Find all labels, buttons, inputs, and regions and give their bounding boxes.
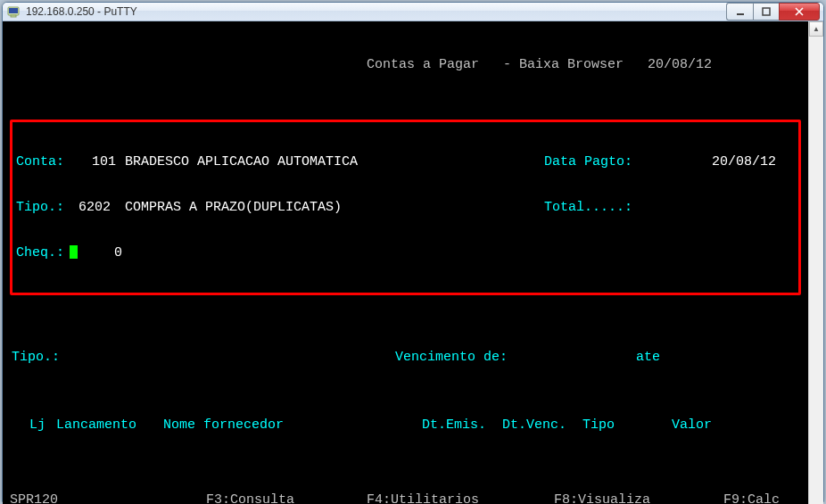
filter-row: Tipo.: Vencimento de: ate xyxy=(12,350,799,365)
app-window: 192.168.0.250 - PuTTY Contas a Pagar - B… xyxy=(2,2,824,502)
function-keys: SPR120F3:ConsultaF4:UtilitariosF8:Visual… xyxy=(10,492,801,504)
f3-hint: F3:Consulta xyxy=(206,492,367,504)
column-headers: Lj Lancamento Nome fornecedor Dt.Emis. D… xyxy=(12,417,799,433)
header-line: Contas a Pagar - Baixa Browser 20/08/12 xyxy=(10,57,801,72)
filter-tipo-label: Tipo.: xyxy=(12,350,395,365)
scroll-up-button[interactable]: ▲ xyxy=(809,21,823,37)
tipo-label: Tipo.: xyxy=(16,200,78,215)
svg-rect-2 xyxy=(11,15,16,17)
titlebar[interactable]: 192.168.0.250 - PuTTY xyxy=(3,3,823,21)
filter-ate-label: ate xyxy=(636,350,660,365)
col-lj: Lj xyxy=(29,417,56,433)
col-lancamento: Lancamento xyxy=(56,417,163,433)
scrollbar[interactable]: ▲ ▼ xyxy=(808,21,823,504)
svg-rect-4 xyxy=(763,8,770,15)
terminal[interactable]: Contas a Pagar - Baixa Browser 20/08/12 … xyxy=(3,21,808,504)
col-venc: Dt.Venc. xyxy=(502,417,582,433)
f8-hint: F8:Visualiza xyxy=(554,492,723,504)
conta-label: Conta: xyxy=(16,154,78,169)
maximize-button[interactable] xyxy=(753,3,780,21)
conta-code: 101 xyxy=(78,154,116,169)
conta-name: BRADESCO APLICACAO AUTOMATICA xyxy=(125,154,544,169)
f9-hint: F9:Calc xyxy=(723,492,780,504)
col-tipo: Tipo xyxy=(582,417,672,433)
cursor-icon xyxy=(70,245,78,259)
f4-hint: F4:Utilitarios xyxy=(367,492,554,504)
putty-icon xyxy=(6,4,21,19)
svg-rect-1 xyxy=(9,8,18,13)
window-controls xyxy=(726,3,820,21)
cheq-label: Cheq.: xyxy=(16,245,70,260)
close-button[interactable] xyxy=(779,3,820,21)
data-pagto-value: 20/08/12 xyxy=(651,154,776,169)
col-fornecedor: Nome fornecedor xyxy=(163,417,422,433)
svg-rect-3 xyxy=(737,13,744,15)
total-label: Total.....: xyxy=(544,200,632,215)
cheq-value[interactable]: 0 xyxy=(78,245,122,260)
data-pagto-label: Data Pagto: xyxy=(544,154,651,169)
col-emis: Dt.Emis. xyxy=(422,417,502,433)
filter-venc-label: Vencimento de: xyxy=(395,350,636,365)
tipo-code: 6202 xyxy=(78,200,116,215)
tipo-name: COMPRAS A PRAZO(DUPLICATAS) xyxy=(125,200,544,215)
terminal-area: Contas a Pagar - Baixa Browser 20/08/12 … xyxy=(3,21,823,504)
scroll-track[interactable] xyxy=(809,37,823,504)
minimize-button[interactable] xyxy=(726,3,753,21)
col-valor: Valor xyxy=(672,417,712,433)
window-title: 192.168.0.250 - PuTTY xyxy=(26,5,726,18)
form-box: Conta: 101 BRADESCO APLICACAO AUTOMATICA… xyxy=(10,120,801,295)
prog-id: SPR120 xyxy=(10,492,206,504)
